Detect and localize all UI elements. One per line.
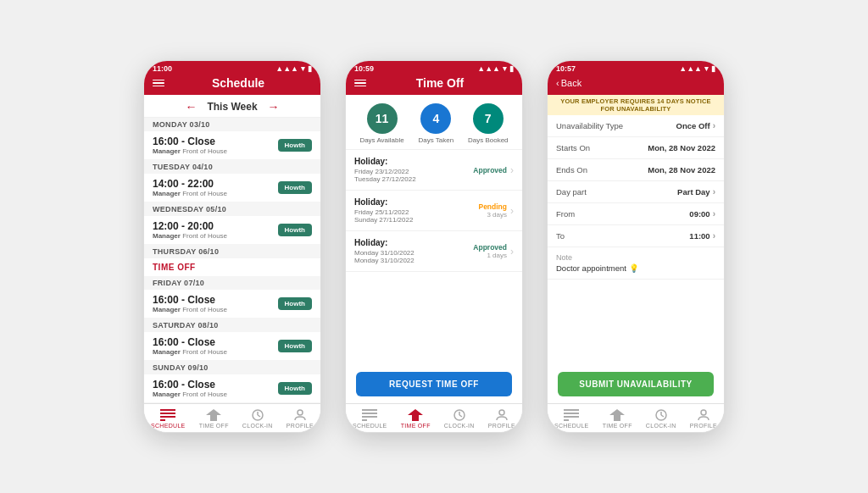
shift-row-mon[interactable]: 16:00 - Close Manager Front of House How…	[144, 131, 320, 160]
status-pending-2: Pending	[478, 202, 507, 211]
footer-profile-label: PROFILE	[287, 423, 314, 429]
shift-meta-mon: Manager Front of House	[153, 147, 278, 155]
status-bar-1: 11:00 ▲▲▲ ▾ ▮	[144, 61, 320, 75]
svg-point-7	[298, 410, 303, 415]
to-chevron-icon: ›	[713, 231, 715, 241]
stat-taken-num: 4	[420, 103, 451, 134]
svg-rect-17	[564, 413, 579, 414]
timeoff-header-row: Time Off	[346, 75, 522, 95]
shift-time-tue: 14:00 - 22:00	[153, 178, 278, 190]
form-row-from[interactable]: From 09:00 ›	[548, 203, 724, 225]
time-off-label: TIME OFF	[144, 258, 320, 276]
clockin-icon	[249, 408, 266, 422]
type-chevron-icon: ›	[713, 121, 715, 130]
back-label: Back	[561, 78, 581, 88]
form-list: Unavailability Type Once Off › Starts On…	[548, 115, 724, 365]
svg-rect-8	[362, 409, 377, 411]
form-value-from: 09:00 ›	[689, 209, 715, 219]
phone-timeoff: 10:59 ▲▲▲ ▾ ▮ Time Off 11 Days Available	[345, 60, 523, 433]
footer3-schedule[interactable]: SCHEDULE	[554, 408, 589, 429]
profile-icon	[292, 408, 309, 422]
form-label-type: Unavailability Type	[556, 121, 623, 130]
holiday-info-1: Holiday: Friday 23/12/2022Tuesday 27/12/…	[354, 157, 473, 183]
footer2-clockin[interactable]: CLOCK-IN	[444, 408, 475, 429]
footer2-timeoff-label: TIME OFF	[401, 423, 431, 429]
form-row-ends[interactable]: Ends On Mon, 28 Nov 2022	[548, 159, 724, 181]
wifi-icon-3: ▾	[704, 64, 709, 73]
back-button[interactable]: ‹ Back	[556, 78, 581, 88]
schedule-body: ← This Week → MONDAY 03/10 16:00 - Close…	[144, 95, 320, 403]
chevron-icon-3: ›	[510, 246, 514, 258]
timeoff-footer: SCHEDULE TIME OFF CLOCK-IN PROFILE	[346, 403, 522, 432]
holiday-item-2[interactable]: Holiday: Friday 25/11/2022Sunday 27/11/2…	[346, 191, 522, 231]
schedule-list: MONDAY 03/10 16:00 - Close Manager Front…	[144, 118, 320, 403]
shift-row-wed[interactable]: 12:00 - 20:00 Manager Front of House How…	[144, 216, 320, 245]
schedule-icon-3	[563, 408, 580, 422]
svg-line-6	[258, 415, 260, 417]
profile-icon-2	[493, 408, 510, 422]
form-value-to: 11:00 ›	[689, 231, 715, 241]
shift-row-sat[interactable]: 16:00 - Close Manager Front of House How…	[144, 332, 320, 361]
svg-rect-11	[362, 419, 367, 421]
shift-badge-tue: Howth	[278, 181, 312, 194]
timeoff-icon	[205, 408, 222, 422]
footer3-clockin[interactable]: CLOCK-IN	[646, 408, 676, 429]
phone-unavailability: 10:57 ▲▲▲ ▾ ▮ ‹ Back YOUR EMPLOYER REQUI…	[547, 60, 725, 433]
signal-icon: ▲▲▲	[275, 64, 298, 73]
prev-week-arrow[interactable]: ←	[185, 100, 197, 114]
form-value-ends: Mon, 28 Nov 2022	[648, 165, 715, 174]
holiday-info-2: Holiday: Friday 25/11/2022Sunday 27/11/2…	[354, 197, 478, 224]
svg-rect-18	[564, 416, 579, 418]
footer-profile[interactable]: PROFILE	[287, 408, 314, 429]
holiday-item-1[interactable]: Holiday: Friday 23/12/2022Tuesday 27/12/…	[346, 150, 522, 191]
day-header-sat: SATURDAY 08/10	[144, 319, 320, 332]
back-header: ‹ Back	[548, 75, 724, 95]
shift-time-wed: 12:00 - 20:00	[153, 220, 278, 232]
svg-rect-2	[160, 416, 175, 418]
holiday-item-3[interactable]: Holiday: Monday 31/10/2022Monday 31/10/2…	[346, 231, 522, 272]
status-approved-3: Approved	[473, 243, 507, 252]
shift-row-fri[interactable]: 16:00 - Close Manager Front of House How…	[144, 290, 320, 319]
footer3-profile[interactable]: PROFILE	[690, 408, 717, 429]
notice-bar: YOUR EMPLOYER REQUIRES 14 DAYS NOTICE FO…	[548, 95, 724, 115]
next-week-arrow[interactable]: →	[268, 100, 280, 114]
footer2-profile[interactable]: PROFILE	[488, 408, 515, 429]
week-nav: ← This Week →	[144, 95, 320, 118]
footer2-timeoff[interactable]: TIME OFF	[401, 408, 431, 429]
shift-meta-tue: Manager Front of House	[153, 190, 278, 197]
form-row-type[interactable]: Unavailability Type Once Off ›	[548, 115, 724, 137]
schedule-header: 11:00 ▲▲▲ ▾ ▮ Schedule	[144, 61, 320, 95]
svg-rect-9	[362, 413, 377, 414]
holiday-status-3: Approved 1 days	[473, 243, 507, 259]
daypart-chevron-icon: ›	[713, 187, 715, 197]
schedule-icon	[159, 408, 176, 422]
footer3-timeoff[interactable]: TIME OFF	[603, 408, 632, 429]
svg-rect-19	[564, 419, 569, 421]
holiday-dates-1: Friday 23/12/2022Tuesday 27/12/2022	[354, 168, 473, 183]
stat-booked-label: Days Booked	[468, 136, 509, 144]
status-icons-2: ▲▲▲ ▾ ▮	[477, 64, 514, 73]
form-row-daypart[interactable]: Day part Part Day ›	[548, 181, 724, 203]
footer-timeoff[interactable]: TIME OFF	[199, 408, 229, 429]
day-header-tue: TUESDAY 04/10	[144, 160, 320, 174]
shift-row-sun[interactable]: 16:00 - Close Manager Front of House How…	[144, 374, 320, 403]
shift-row-tue[interactable]: 14:00 - 22:00 Manager Front of House How…	[144, 174, 320, 202]
submit-unavailability-button[interactable]: SUBMIT UNAVAILABILITY	[558, 372, 714, 396]
form-label-daypart: Day part	[556, 187, 587, 197]
form-row-to[interactable]: To 11:00 ›	[548, 225, 724, 247]
footer2-schedule[interactable]: SCHEDULE	[353, 408, 387, 429]
stat-available-label: Days Available	[359, 136, 403, 144]
menu-icon[interactable]	[153, 80, 164, 87]
holiday-list: Holiday: Friday 23/12/2022Tuesday 27/12/…	[346, 149, 522, 365]
status-time-3: 10:57	[556, 64, 576, 73]
menu-icon-2[interactable]	[354, 80, 366, 87]
request-timeoff-button[interactable]: REQUEST TIME OFF	[356, 372, 512, 396]
timeoff-header: 10:59 ▲▲▲ ▾ ▮ Time Off	[346, 61, 522, 95]
shift-badge-sat: Howth	[278, 340, 312, 352]
form-row-starts[interactable]: Starts On Mon, 28 Nov 2022	[548, 137, 724, 159]
chevron-icon-1: ›	[510, 164, 514, 176]
svg-point-23	[701, 410, 706, 415]
status-icons-1: ▲▲▲ ▾ ▮	[275, 64, 312, 73]
footer-schedule[interactable]: SCHEDULE	[151, 408, 186, 429]
footer-clockin[interactable]: CLOCK-IN	[242, 408, 273, 429]
